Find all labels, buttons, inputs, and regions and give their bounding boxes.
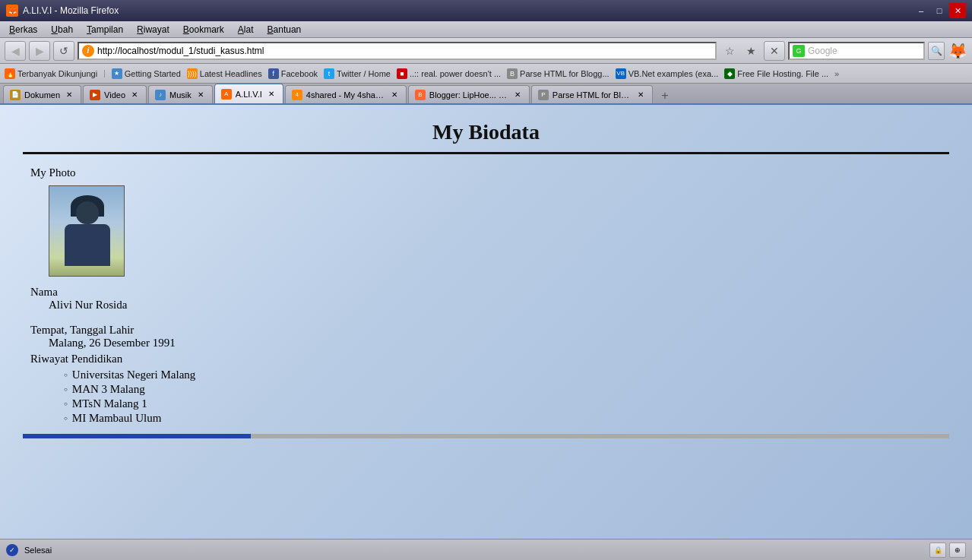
bookmark-gs-label: Getting Started: [125, 69, 181, 78]
person-body: [65, 224, 110, 266]
progress-bar: [23, 434, 251, 438]
title-divider: [23, 152, 949, 154]
bookmark-free-label: Free File Hosting. File ...: [737, 69, 828, 78]
tab-musik-label: Musik: [169, 90, 192, 100]
tab-dokumen-close[interactable]: ✕: [64, 90, 74, 100]
status-indicator-1: 🔒: [929, 543, 946, 558]
address-bar[interactable]: i http://localhost/modul_1/studi_kasus.h…: [78, 42, 717, 60]
menu-bantuan[interactable]: Bantuan: [261, 23, 308, 36]
biodata-item-ttl: Tempat, Tanggal Lahir Malang, 26 Desembe…: [30, 324, 949, 350]
photo-label: My Photo: [30, 166, 76, 179]
edu-item-4: ○ MI Mambaul Ulum: [64, 412, 949, 425]
tab-blogger-close[interactable]: ✕: [512, 90, 523, 100]
tab-parse-close[interactable]: ✕: [635, 90, 646, 100]
tab-alivi[interactable]: A A.LI.V.I ✕: [214, 84, 283, 103]
minimize-button[interactable]: –: [913, 3, 929, 18]
edu-value-2: MAN 3 Malang: [72, 383, 145, 396]
bookmark-vb-label: VB.Net examples (exa...: [628, 69, 719, 78]
ttl-label: Tempat, Tanggal Lahir: [30, 324, 134, 336]
facebook-icon: f: [268, 68, 279, 79]
bookmarks-more[interactable]: »: [834, 69, 839, 78]
forward-button[interactable]: ▶: [29, 41, 50, 61]
menu-bookmark[interactable]: Bookmark: [177, 23, 230, 36]
tab-parse-label: Parse HTML for Blogg...: [552, 90, 632, 100]
menu-alat[interactable]: Alat: [232, 23, 260, 36]
search-bar[interactable]: G Google: [788, 42, 925, 60]
close-button[interactable]: ✕: [949, 3, 966, 18]
status-text: Selesai: [24, 546, 52, 555]
back-button[interactable]: ◀: [5, 41, 26, 61]
tab-4shared-label: 4shared - My 4shared...: [306, 90, 385, 100]
search-placeholder: Google: [808, 46, 837, 56]
menu-berkas[interactable]: Berkas: [3, 23, 43, 36]
bookmark-free-file[interactable]: ◆ Free File Hosting. File ...: [724, 68, 828, 79]
bookmark-terbanyak[interactable]: 🔥 Terbanyak Dikunjungi: [5, 68, 97, 79]
tab-alivi-close[interactable]: ✕: [266, 89, 277, 100]
edu-list: ○ Universitas Negeri Malang ○ MAN 3 Mala…: [30, 369, 949, 425]
bookmark-tw-label: Twitter / Home: [337, 69, 391, 78]
nama-value: Alivi Nur Rosida: [30, 299, 949, 312]
tab-alivi-favicon: A: [221, 89, 232, 100]
tab-dokumen[interactable]: 📄 Dokumen ✕: [3, 85, 81, 103]
tab-blogger[interactable]: B Blogger: LipHoe... - B... ✕: [408, 85, 530, 103]
tab-video-close[interactable]: ✕: [129, 90, 140, 100]
parse-icon: B: [507, 68, 518, 79]
bookmark-parse-label: Parse HTML for Blogg...: [520, 69, 609, 78]
new-tab-button[interactable]: +: [657, 88, 673, 103]
reload-button[interactable]: ↺: [53, 41, 74, 61]
twitter-icon: t: [324, 68, 334, 79]
bookmarks-bar: 🔥 Terbanyak Dikunjungi | ★ Getting Start…: [0, 64, 972, 84]
free-icon: ◆: [724, 68, 735, 79]
status-icon: ✓: [6, 544, 18, 556]
tab-dokumen-label: Dokumen: [24, 90, 60, 100]
bookmark-fb-label: Facebook: [281, 69, 318, 78]
del-icon: ■: [397, 68, 407, 79]
menu-tampilan[interactable]: Tampilan: [81, 23, 129, 36]
edu-item-1: ○ Universitas Negeri Malang: [64, 369, 949, 381]
content-area: My Biodata My Photo Nama Alivi Nur Rosid…: [0, 105, 972, 554]
bookmark-vbnet[interactable]: VB VB.Net examples (exa...: [616, 68, 719, 79]
tab-musik[interactable]: ♪ Musik ✕: [148, 85, 213, 103]
bookmark-label: Terbanyak Dikunjungi: [17, 69, 97, 78]
bookmark-gs-icon: ★: [112, 68, 122, 79]
bookmark-latest-headlines[interactable]: )))) Latest Headlines: [187, 68, 262, 79]
bookmark-star-icon[interactable]: ★: [741, 41, 761, 61]
stop-button[interactable]: ✕: [764, 41, 785, 61]
bookmark-rss-label: Latest Headlines: [200, 69, 262, 78]
edu-value-4: MI Mambaul Ulum: [72, 412, 162, 425]
bookmark-real-power[interactable]: ■ ..:: real. power doesn't ...: [397, 68, 501, 79]
photo-box: [49, 185, 125, 277]
tab-parse-favicon: P: [538, 90, 549, 100]
tab-video-favicon: ▶: [90, 90, 100, 100]
tab-4shared-close[interactable]: ✕: [389, 90, 400, 100]
address-icon: i: [82, 45, 94, 57]
status-indicators: 🔒 ⊕: [929, 543, 966, 558]
tab-video[interactable]: ▶ Video ✕: [83, 85, 147, 103]
edu-value-3: MTsN Malang 1: [72, 397, 147, 410]
biodata-item-photo: My Photo: [30, 166, 949, 277]
bookmark-parse-html[interactable]: B Parse HTML for Blogg...: [507, 68, 609, 79]
fire-icon: 🔥: [5, 68, 15, 79]
tab-4shared[interactable]: 4 4shared - My 4shared... ✕: [285, 85, 407, 103]
edu-label: Riwayat Pendidikan: [30, 353, 122, 365]
bookmark-twitter[interactable]: t Twitter / Home: [324, 68, 391, 79]
bookmark-facebook[interactable]: f Facebook: [268, 68, 318, 79]
search-engine-icon: G: [793, 45, 805, 57]
tab-blogger-favicon: B: [415, 90, 426, 100]
window-title: A.LI.V.I - Mozilla Firefox: [23, 5, 119, 16]
tab-parse[interactable]: P Parse HTML for Blogg... ✕: [531, 85, 653, 103]
menu-ubah[interactable]: Ubah: [45, 23, 79, 36]
biodata-item-edu: Riwayat Pendidikan ○ Universitas Negeri …: [30, 353, 949, 425]
search-button[interactable]: 🔍: [928, 42, 945, 60]
tab-video-label: Video: [104, 90, 125, 100]
edu-item-3: ○ MTsN Malang 1: [64, 397, 949, 410]
bookmark-getting-started[interactable]: ★ Getting Started: [112, 68, 181, 79]
status-indicator-2: ⊕: [949, 543, 966, 558]
maximize-button[interactable]: □: [931, 3, 948, 18]
star-icon[interactable]: ☆: [720, 41, 739, 61]
biodata-list: My Photo Nama Alivi Nur Rosida Tempat, T…: [23, 166, 949, 425]
status-bar: ✓ Selesai 🔒 ⊕: [0, 539, 972, 560]
menu-riwayat[interactable]: Riwayat: [131, 23, 176, 36]
browser-icon: 🦊: [6, 5, 18, 17]
tab-musik-close[interactable]: ✕: [195, 90, 206, 100]
